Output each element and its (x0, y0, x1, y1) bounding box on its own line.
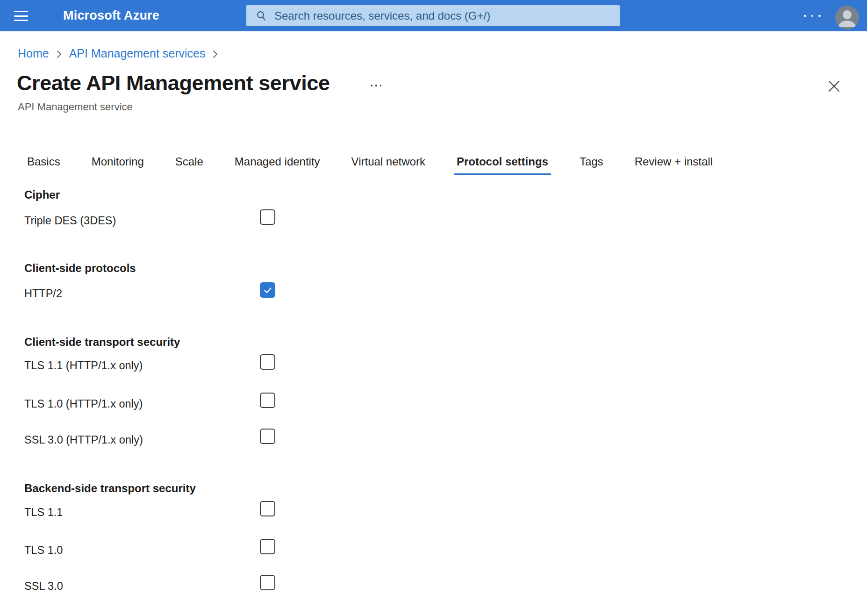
tab-virtual-network[interactable]: Virtual network (349, 154, 428, 175)
option-label: Triple DES (3DES) (24, 214, 116, 228)
azure-portal-screen: Microsoft Azure Home (0, 0, 867, 616)
option-label: TLS 1.0 (HTTP/1.x only) (24, 397, 143, 411)
wizard-tabs: Basics Monitoring Scale Managed identity… (24, 154, 716, 175)
brand-title: Microsoft Azure (63, 0, 159, 31)
breadcrumb-link-api-management-services[interactable]: API Management services (69, 47, 206, 60)
account-avatar[interactable] (835, 6, 859, 29)
breadcrumb: Home API Management services (18, 47, 218, 60)
chevron-right-icon (56, 49, 62, 59)
tab-tags[interactable]: Tags (577, 154, 606, 175)
option-label: TLS 1.0 (24, 543, 63, 557)
search-icon (256, 10, 267, 21)
option-label: TLS 1.1 (HTTP/1.x only) (24, 358, 143, 372)
tab-protocol-settings[interactable]: Protocol settings (454, 154, 551, 175)
tab-review-install[interactable]: Review + install (632, 154, 716, 175)
more-options-icon[interactable] (800, 7, 824, 25)
title-more-icon[interactable] (366, 79, 387, 92)
checkbox-client-tls11[interactable] (260, 354, 275, 370)
tab-managed-identity[interactable]: Managed identity (232, 154, 323, 175)
option-row-client-ssl30: SSL 3.0 (HTTP/1.x only) (24, 429, 351, 446)
top-bar: Microsoft Azure (0, 0, 867, 31)
section-heading-backend-transport-security: Backend-side transport security (24, 482, 196, 495)
search-input[interactable] (273, 5, 620, 26)
option-row-backend-tls11: TLS 1.1 (24, 501, 351, 519)
breadcrumb-link-home[interactable]: Home (18, 47, 49, 60)
page-title: Create API Management service (17, 71, 330, 95)
option-label: SSL 3.0 (24, 579, 63, 593)
tab-monitoring[interactable]: Monitoring (89, 154, 147, 175)
option-label: SSL 3.0 (HTTP/1.x only) (24, 433, 143, 447)
global-search[interactable] (246, 5, 620, 26)
checkbox-backend-tls11[interactable] (260, 501, 275, 516)
checkbox-triple-des[interactable] (260, 209, 275, 225)
option-row-client-tls11: TLS 1.1 (HTTP/1.x only) (24, 354, 351, 372)
option-row-backend-ssl30: SSL 3.0 (24, 575, 351, 593)
option-row-http2: HTTP/2 (24, 282, 351, 300)
checkbox-client-ssl30[interactable] (260, 429, 275, 444)
option-row-backend-tls10: TLS 1.0 (24, 539, 351, 557)
tab-basics[interactable]: Basics (24, 154, 63, 175)
option-row-triple-des: Triple DES (3DES) (24, 209, 351, 227)
chevron-right-icon (212, 49, 218, 59)
option-label: HTTP/2 (24, 287, 62, 301)
section-heading-cipher: Cipher (24, 188, 60, 201)
page-subtitle: API Management service (18, 101, 133, 113)
checkbox-backend-tls10[interactable] (260, 539, 275, 554)
option-label: TLS 1.1 (24, 505, 63, 519)
checkbox-http2[interactable] (260, 282, 275, 298)
checkbox-backend-ssl30[interactable] (260, 575, 275, 590)
close-icon[interactable] (824, 77, 843, 95)
tab-scale[interactable]: Scale (172, 154, 206, 175)
section-heading-client-protocols: Client-side protocols (24, 262, 136, 275)
hamburger-menu-icon[interactable] (14, 11, 28, 21)
checkbox-client-tls10[interactable] (260, 393, 275, 408)
section-heading-client-transport-security: Client-side transport security (24, 336, 180, 349)
option-row-client-tls10: TLS 1.0 (HTTP/1.x only) (24, 393, 351, 410)
